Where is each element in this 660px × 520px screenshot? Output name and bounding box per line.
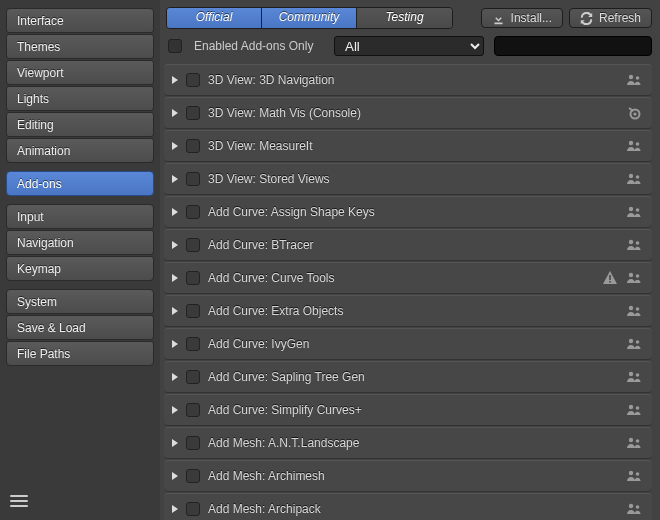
- warning-icon: [602, 270, 618, 286]
- svg-rect-14: [609, 275, 611, 280]
- sidebar-item-navigation[interactable]: Navigation: [6, 230, 154, 255]
- tab-official[interactable]: Official: [167, 8, 262, 28]
- addon-enable-checkbox[interactable]: [186, 370, 200, 384]
- svg-rect-15: [609, 281, 611, 283]
- sidebar-item-editing[interactable]: Editing: [6, 112, 154, 137]
- search-field[interactable]: [494, 36, 652, 56]
- addon-row: Add Curve: BTracer: [164, 229, 652, 261]
- svg-point-8: [629, 174, 633, 178]
- svg-point-23: [636, 373, 640, 377]
- addon-badges: [626, 501, 642, 517]
- addons-panel: OfficialCommunityTesting Install... Refr…: [160, 0, 660, 520]
- category-select[interactable]: All: [334, 36, 484, 56]
- sidebar-item-add-ons[interactable]: Add-ons: [6, 171, 154, 196]
- addon-badges: [626, 402, 642, 418]
- svg-point-29: [636, 472, 640, 476]
- addon-badges: [626, 72, 642, 88]
- addons-list: 3D View: 3D Navigation3D View: Math Vis …: [160, 64, 660, 520]
- sidebar-item-system[interactable]: System: [6, 289, 154, 314]
- disclosure-triangle-icon[interactable]: [172, 472, 178, 480]
- svg-point-6: [629, 141, 633, 145]
- preferences-sidebar: InterfaceThemesViewportLightsEditingAnim…: [0, 0, 160, 520]
- addon-enable-checkbox[interactable]: [186, 304, 200, 318]
- svg-point-30: [629, 504, 633, 508]
- svg-point-20: [629, 339, 633, 343]
- install-button-label: Install...: [511, 11, 552, 25]
- addon-row: Add Mesh: A.N.T.Landscape: [164, 427, 652, 459]
- addons-toolbar: OfficialCommunityTesting Install... Refr…: [160, 0, 660, 32]
- addon-enable-checkbox[interactable]: [186, 469, 200, 483]
- addon-enable-checkbox[interactable]: [186, 436, 200, 450]
- search-input[interactable]: [507, 40, 645, 52]
- refresh-button[interactable]: Refresh: [569, 8, 652, 28]
- addon-enable-checkbox[interactable]: [186, 73, 200, 87]
- svg-point-9: [636, 175, 640, 179]
- addon-row: Add Curve: Assign Shape Keys: [164, 196, 652, 228]
- disclosure-triangle-icon[interactable]: [172, 241, 178, 249]
- disclosure-triangle-icon[interactable]: [172, 208, 178, 216]
- sidebar-item-animation[interactable]: Animation: [6, 138, 154, 163]
- community-icon: [626, 501, 642, 517]
- svg-point-17: [636, 274, 640, 278]
- disclosure-triangle-icon[interactable]: [172, 274, 178, 282]
- addon-enable-checkbox[interactable]: [186, 337, 200, 351]
- svg-point-25: [636, 406, 640, 410]
- addon-badges: [626, 204, 642, 220]
- sidebar-item-interface[interactable]: Interface: [6, 8, 154, 33]
- sidebar-item-themes[interactable]: Themes: [6, 34, 154, 59]
- svg-point-11: [636, 208, 640, 212]
- community-icon: [626, 204, 642, 220]
- sidebar-item-lights[interactable]: Lights: [6, 86, 154, 111]
- install-addon-button[interactable]: Install...: [481, 8, 563, 28]
- addon-row: Add Curve: Simplify Curves+: [164, 394, 652, 426]
- disclosure-triangle-icon[interactable]: [172, 307, 178, 315]
- addon-name-label: Add Curve: IvyGen: [208, 337, 618, 351]
- addon-badges: [626, 336, 642, 352]
- sidebar-item-save-load[interactable]: Save & Load: [6, 315, 154, 340]
- disclosure-triangle-icon[interactable]: [172, 373, 178, 381]
- disclosure-triangle-icon[interactable]: [172, 439, 178, 447]
- svg-point-10: [629, 207, 633, 211]
- addon-name-label: Add Mesh: A.N.T.Landscape: [208, 436, 618, 450]
- tab-testing[interactable]: Testing: [357, 8, 452, 28]
- disclosure-triangle-icon[interactable]: [172, 76, 178, 84]
- svg-point-28: [629, 471, 633, 475]
- addon-name-label: Add Curve: Extra Objects: [208, 304, 618, 318]
- addon-enable-checkbox[interactable]: [186, 502, 200, 516]
- enabled-only-checkbox[interactable]: [168, 39, 182, 53]
- enabled-only-label: Enabled Add-ons Only: [194, 39, 313, 53]
- addon-enable-checkbox[interactable]: [186, 205, 200, 219]
- addon-badges: [626, 369, 642, 385]
- addon-enable-checkbox[interactable]: [186, 271, 200, 285]
- support-level-tabs: OfficialCommunityTesting: [166, 7, 453, 29]
- addon-enable-checkbox[interactable]: [186, 139, 200, 153]
- sidebar-item-keymap[interactable]: Keymap: [6, 256, 154, 281]
- disclosure-triangle-icon[interactable]: [172, 505, 178, 513]
- sidebar-item-file-paths[interactable]: File Paths: [6, 341, 154, 366]
- community-icon: [626, 336, 642, 352]
- community-icon: [626, 270, 642, 286]
- addon-badges: [626, 303, 642, 319]
- addon-badges: [626, 138, 642, 154]
- hamburger-menu-icon[interactable]: [8, 490, 30, 512]
- addon-enable-checkbox[interactable]: [186, 403, 200, 417]
- disclosure-triangle-icon[interactable]: [172, 340, 178, 348]
- addons-filter-bar: Enabled Add-ons Only All: [160, 32, 660, 64]
- svg-point-27: [636, 439, 640, 443]
- community-icon: [626, 402, 642, 418]
- disclosure-triangle-icon[interactable]: [172, 406, 178, 414]
- addon-enable-checkbox[interactable]: [186, 106, 200, 120]
- svg-point-26: [629, 438, 633, 442]
- sidebar-item-viewport[interactable]: Viewport: [6, 60, 154, 85]
- addon-name-label: 3D View: 3D Navigation: [208, 73, 618, 87]
- tab-community[interactable]: Community: [262, 8, 357, 28]
- addon-enable-checkbox[interactable]: [186, 172, 200, 186]
- addon-row: 3D View: MeasureIt: [164, 130, 652, 162]
- addon-enable-checkbox[interactable]: [186, 238, 200, 252]
- disclosure-triangle-icon[interactable]: [172, 109, 178, 117]
- disclosure-triangle-icon[interactable]: [172, 142, 178, 150]
- sidebar-item-input[interactable]: Input: [6, 204, 154, 229]
- addon-row: Add Curve: Sapling Tree Gen: [164, 361, 652, 393]
- disclosure-triangle-icon[interactable]: [172, 175, 178, 183]
- addon-name-label: Add Curve: Sapling Tree Gen: [208, 370, 618, 384]
